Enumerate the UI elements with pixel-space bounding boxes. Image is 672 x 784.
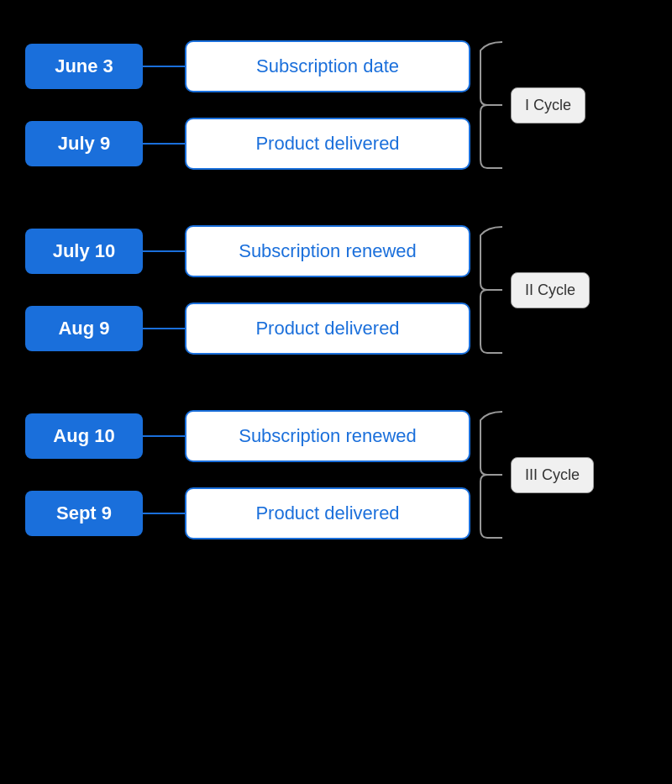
date-badge: July 10: [25, 229, 143, 274]
bracket-svg: [479, 34, 504, 176]
connector-line: [143, 250, 185, 252]
bracket-area: III Cycle: [479, 403, 594, 546]
event-box: Product delivered: [185, 303, 470, 355]
event-row: Aug 9Product delivered: [25, 303, 470, 355]
event-row: Sept 9Product delivered: [25, 487, 470, 539]
bracket-area: I Cycle: [479, 34, 585, 176]
connector-line: [143, 66, 185, 67]
connector-line: [143, 328, 185, 329]
event-box: Subscription renewed: [185, 225, 470, 277]
bracket-area: II Cycle: [479, 218, 590, 361]
bracket-svg: [479, 218, 504, 361]
event-box: Product delivered: [185, 487, 470, 539]
cycle-group-3: Aug 10Subscription renewedSept 9Product …: [25, 403, 594, 546]
bracket-svg: [479, 403, 504, 546]
events-column-2: July 10Subscription renewedAug 9Product …: [25, 225, 470, 355]
cycle-label: III Cycle: [511, 457, 594, 493]
cycle-group-1: June 3Subscription dateJuly 9Product del…: [25, 34, 585, 176]
cycle-group-2: July 10Subscription renewedAug 9Product …: [25, 218, 590, 361]
cycle-label: II Cycle: [511, 272, 590, 308]
event-box: Product delivered: [185, 118, 470, 170]
subscription-diagram: June 3Subscription dateJuly 9Product del…: [0, 0, 672, 784]
date-badge: June 3: [25, 44, 143, 89]
date-badge: Aug 9: [25, 306, 143, 351]
cycle-label: I Cycle: [511, 87, 585, 124]
event-row: June 3Subscription date: [25, 40, 470, 92]
events-column-1: June 3Subscription dateJuly 9Product del…: [25, 40, 470, 170]
event-row: Aug 10Subscription renewed: [25, 410, 470, 462]
connector-line: [143, 143, 185, 145]
event-row: July 9Product delivered: [25, 118, 470, 170]
connector-line: [143, 435, 185, 437]
date-badge: Sept 9: [25, 491, 143, 536]
event-box: Subscription renewed: [185, 410, 470, 462]
date-badge: July 9: [25, 121, 143, 166]
event-row: July 10Subscription renewed: [25, 225, 470, 277]
event-box: Subscription date: [185, 40, 470, 92]
connector-line: [143, 513, 185, 514]
date-badge: Aug 10: [25, 413, 143, 459]
events-column-3: Aug 10Subscription renewedSept 9Product …: [25, 410, 470, 539]
